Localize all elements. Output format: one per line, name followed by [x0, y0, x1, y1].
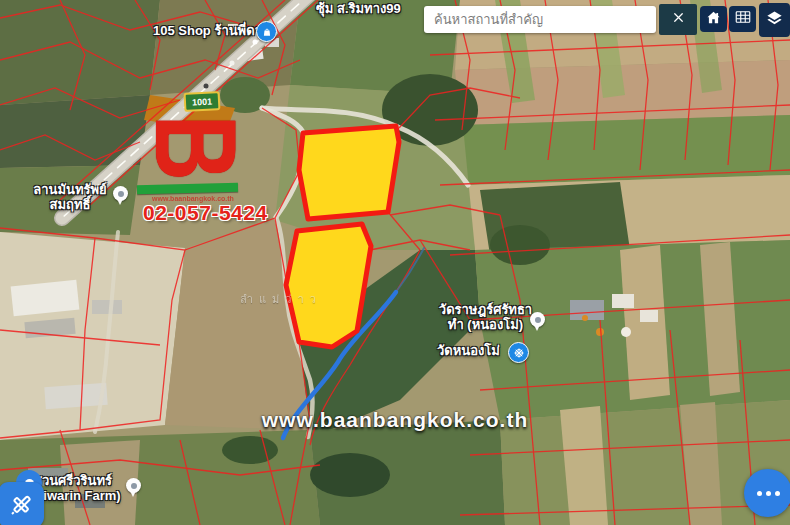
more-options-icon [757, 491, 762, 496]
parcel-south [286, 224, 371, 347]
parcel-north [299, 126, 399, 219]
shop-bag-pin-icon[interactable] [256, 21, 277, 42]
poi-label-temple2: วัดหนองโม่ [437, 344, 500, 359]
edit-tools-icon[interactable] [0, 482, 44, 525]
route-shield: 1001 [184, 91, 221, 112]
home-button[interactable] [700, 6, 727, 32]
search-input[interactable] [424, 6, 656, 33]
temple1-pin-icon[interactable] [530, 312, 545, 327]
poi-label-cassava-yard: ลานมันทรัพย์ สมฤทธิ์ [20, 183, 120, 213]
poi-label-shop: 105 Shop ร้านพี่ดา [153, 24, 262, 39]
farm-pin-icon[interactable] [126, 478, 141, 493]
dharma-wheel-icon[interactable] [508, 342, 529, 363]
map-viewport[interactable]: 105 Shop ร้านพี่ดา ซุ้ม ส.ริมทาง99 1001 … [0, 0, 790, 525]
clear-search-icon [671, 10, 686, 29]
watermark: www.baanbangkok.co.th [262, 408, 528, 432]
home-icon [705, 9, 722, 30]
satellite-map[interactable] [0, 0, 790, 525]
grid-icon [734, 8, 752, 30]
poi-label-temple1: วัดราษฎร์ศรัทธา ทำ (หนองโม่) [428, 303, 543, 333]
phone-number: 02-057-5424 [143, 201, 268, 225]
cassava-yard-pin-icon[interactable] [113, 186, 128, 201]
stream-label: ลำแม่ว่าว [240, 290, 322, 308]
grid-button[interactable] [729, 6, 756, 32]
layers-icon [765, 9, 784, 32]
field-patchwork [0, 0, 790, 525]
clear-search-button[interactable] [659, 4, 697, 35]
poi-label-roadside-stall: ซุ้ม ส.ริมทาง99 [316, 2, 401, 17]
more-options-button[interactable] [744, 469, 790, 517]
layers-button[interactable] [759, 3, 790, 37]
